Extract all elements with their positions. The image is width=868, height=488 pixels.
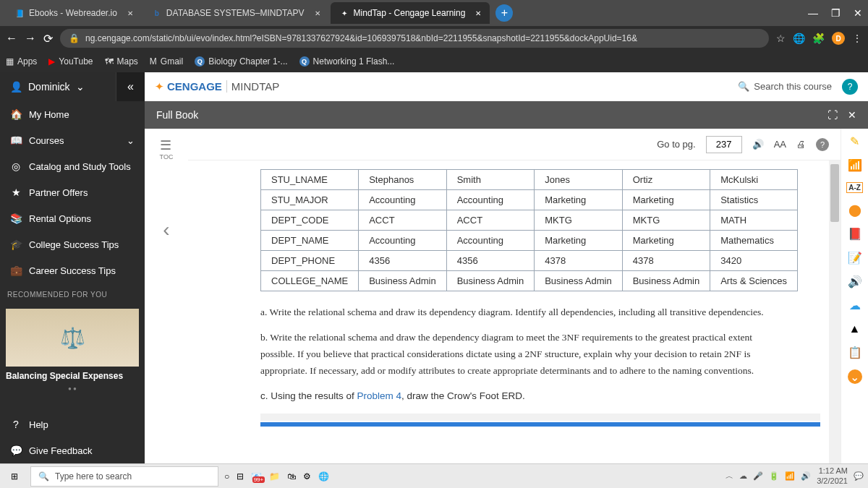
explorer-icon[interactable]: 📁 xyxy=(269,471,280,481)
window-controls: — ❐ ✕ xyxy=(808,7,862,19)
close-icon[interactable]: ✕ xyxy=(475,9,481,17)
fullscreen-icon[interactable]: ⛶ xyxy=(827,109,838,121)
clock[interactable]: 1:12 AM 3/2/2021 xyxy=(817,466,848,485)
notifications-icon[interactable]: 💬 xyxy=(854,471,864,481)
reload-button[interactable]: ⟳ xyxy=(43,32,53,46)
cell: Business Admin xyxy=(535,271,623,291)
cell: 4378 xyxy=(622,251,710,271)
rss-icon[interactable]: 📶 xyxy=(848,158,862,172)
main-content: ✦ CENGAGE MINDTAP 🔍 Search this course ?… xyxy=(145,72,868,463)
sidebar-item-career[interactable]: 💼Career Success Tips xyxy=(0,257,145,283)
close-icon[interactable]: ✕ xyxy=(127,9,133,17)
sidebar-item-catalog[interactable]: ◎Catalog and Study Tools xyxy=(0,153,145,179)
glossary-icon[interactable]: A-Z xyxy=(846,182,863,193)
row-header: DEPT_CODE xyxy=(261,210,359,231)
cell: Jones xyxy=(535,170,623,190)
menu-icon[interactable]: ⋮ xyxy=(852,33,862,44)
notes-icon[interactable]: 📝 xyxy=(848,251,862,265)
bookmark-gmail[interactable]: MGmail xyxy=(150,56,183,67)
extension-d-icon[interactable]: D xyxy=(832,32,845,45)
prev-page-button[interactable]: ‹ xyxy=(163,218,169,241)
vertical-scrollbar[interactable] xyxy=(829,160,841,463)
tab-icon: b xyxy=(152,8,162,18)
quizlet-icon: Q xyxy=(299,56,310,67)
search-icon: 🔍 xyxy=(38,471,49,481)
sidebar-item-courses[interactable]: 📖Courses⌄ xyxy=(0,127,145,153)
new-tab-button[interactable]: + xyxy=(495,4,513,22)
chrome-icon[interactable]: 🌐 xyxy=(318,471,329,481)
close-reader-icon[interactable]: ✕ xyxy=(848,109,856,121)
row-header: STU_LNAME xyxy=(261,170,359,190)
question-b: b. Write the relational schema and draw … xyxy=(260,330,781,380)
settings-icon[interactable]: ⚙ xyxy=(303,471,311,481)
mail-icon[interactable]: 📧99+ xyxy=(251,471,262,481)
recommended-card[interactable]: ⚖️ Balancing Special Expenses ● ● xyxy=(0,303,145,398)
book-icon[interactable]: 📕 xyxy=(848,227,862,241)
back-button[interactable]: ← xyxy=(6,32,17,45)
close-icon[interactable]: ✕ xyxy=(315,9,320,17)
start-button[interactable]: ⊞ xyxy=(4,466,25,487)
system-tray[interactable]: ︿ ☁ 🎤 🔋 📶 🔊 1:12 AM 3/2/2021 💬 xyxy=(726,466,864,485)
tab-label: MindTap - Cengage Learning xyxy=(354,8,466,18)
right-rail: ✎ 📶 A-Z ⬤ 📕 📝 🔊 ☁ ▲ 📋 ⌄ xyxy=(841,129,868,463)
tab-ebooks[interactable]: 📘 Ebooks - Webreader.io ✕ xyxy=(6,2,142,24)
url-field[interactable]: 🔒 ng.cengage.com/static/nb/ui/evo/index.… xyxy=(60,29,769,48)
sidebar-item-myhome[interactable]: 🏠My Home xyxy=(0,101,145,127)
stack-icon[interactable]: 📋 xyxy=(848,346,862,359)
sidebar-item-partner[interactable]: ★Partner Offers xyxy=(0,179,145,205)
readspeaker-icon[interactable]: 🔊 xyxy=(848,275,862,288)
flashcards-icon[interactable]: ⬤ xyxy=(848,203,861,217)
close-window-icon[interactable]: ✕ xyxy=(854,7,862,19)
horizontal-scrollbar[interactable] xyxy=(260,414,820,421)
print-icon[interactable]: 🖨 xyxy=(796,139,806,150)
drive-icon[interactable]: ▲ xyxy=(849,322,861,335)
battery-icon[interactable]: 🔋 xyxy=(769,471,779,481)
sidebar-item-help[interactable]: ?Help xyxy=(0,411,145,437)
bookmark-networking[interactable]: QNetworking 1 Flash... xyxy=(299,56,395,67)
cloud-icon[interactable]: ☁ xyxy=(849,299,861,312)
bookmark-maps[interactable]: 🗺Maps xyxy=(105,56,138,67)
bookmark-youtube[interactable]: ▶YouTube xyxy=(48,56,93,67)
forward-button[interactable]: → xyxy=(25,32,36,45)
star-icon[interactable]: ☆ xyxy=(776,33,786,44)
progress-bar xyxy=(260,422,820,427)
search-course[interactable]: 🔍 Search this course xyxy=(738,81,832,92)
onedrive-icon[interactable]: ☁ xyxy=(739,471,747,481)
sidebar-item-feedback[interactable]: 💬Give Feedback xyxy=(0,437,145,463)
tray-chevron-icon[interactable]: ︿ xyxy=(726,471,733,481)
minimize-icon[interactable]: — xyxy=(808,7,818,19)
font-size-button[interactable]: AA xyxy=(774,139,786,150)
sidebar-item-rental[interactable]: 📚Rental Options xyxy=(0,205,145,231)
wifi-icon[interactable]: 📶 xyxy=(785,471,795,481)
reader-help-button[interactable]: ? xyxy=(816,138,829,151)
volume-icon[interactable]: 🔊 xyxy=(801,471,811,481)
apps-button[interactable]: ▦Apps xyxy=(6,56,37,67)
cortana-icon[interactable]: ○ xyxy=(224,471,229,481)
reader-gutter: ☰TOC ‹ xyxy=(145,129,188,463)
toc-button[interactable]: ☰TOC xyxy=(160,137,174,160)
bookmark-biology[interactable]: QBiology Chapter 1-... xyxy=(195,56,287,67)
collapse-sidebar-button[interactable]: « xyxy=(116,72,145,101)
page-view[interactable]: STU_LNAMEStephanosSmithJonesOrtizMcKulsk… xyxy=(188,160,841,463)
bookmarks-bar: ▦Apps ▶YouTube 🗺Maps MGmail QBiology Cha… xyxy=(0,51,868,72)
taskview-icon[interactable]: ⊟ xyxy=(237,471,244,481)
problem-link[interactable]: Problem 4 xyxy=(357,390,402,401)
readaloud-icon[interactable]: 🔊 xyxy=(752,139,764,150)
store-icon[interactable]: 🛍 xyxy=(287,471,296,481)
taskbar-search[interactable]: 🔍 Type here to search xyxy=(30,466,218,487)
mic-icon[interactable]: 🎤 xyxy=(753,471,763,481)
row-header: DEPT_NAME xyxy=(261,231,359,251)
page-input[interactable] xyxy=(706,136,742,153)
cell: Stephanos xyxy=(359,170,447,190)
highlight-icon[interactable]: ✎ xyxy=(850,134,859,148)
help-button[interactable]: ? xyxy=(842,79,858,95)
user-menu[interactable]: 👤 Dominick ⌄ xyxy=(0,74,116,100)
cell: Statistics xyxy=(710,190,798,210)
expand-rail-icon[interactable]: ⌄ xyxy=(848,369,862,384)
sidebar-item-college[interactable]: 🎓College Success Tips xyxy=(0,231,145,257)
tab-mindtap[interactable]: ✦ MindTap - Cengage Learning ✕ xyxy=(331,2,490,24)
puzzle-icon[interactable]: 🧩 xyxy=(812,33,825,44)
tab-database[interactable]: b DATABASE SYSTEMS–MINDTAPV ✕ xyxy=(143,2,329,24)
translate-icon[interactable]: 🌐 xyxy=(793,33,805,44)
maximize-icon[interactable]: ❐ xyxy=(831,7,841,19)
